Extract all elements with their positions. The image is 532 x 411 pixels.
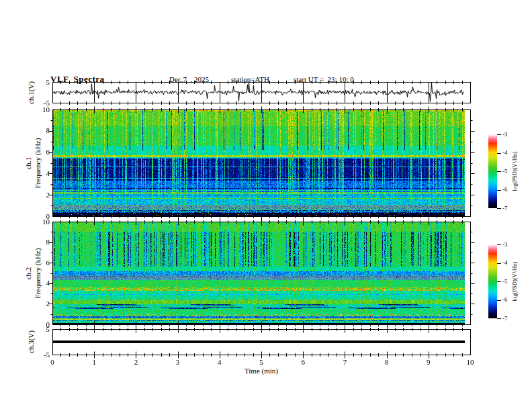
volt-tick-label: 5 (32, 326, 50, 333)
volt-tick-label: 5 (32, 79, 50, 86)
time-tick-label: 4 (213, 359, 226, 366)
time-tick-label: 10 (463, 359, 477, 366)
colorbar-tick-label: -3 (502, 132, 516, 138)
colorbar-tick-label: -3 (502, 242, 516, 248)
freq-tick-label: 10 (32, 106, 50, 113)
vlf-spectra-figure: VLF Spectra Dec.7 , 2025 station=ATH sta… (0, 0, 532, 411)
time-tick-label: 8 (380, 359, 394, 366)
freq-tick-label: 6 (32, 259, 50, 267)
freq-tick-label: 8 (32, 238, 50, 246)
time-tick-label: 1 (87, 359, 101, 366)
freq-tick-label: 2 (32, 191, 50, 199)
time-tick-label: 2 (129, 359, 142, 366)
freq-tick-label: 6 (32, 148, 50, 156)
colorbar-tick-label: -6 (502, 297, 516, 303)
time-tick-label: 0 (46, 359, 59, 366)
freq-tick-label: 4 (32, 279, 50, 287)
freq-tick-label: 4 (32, 170, 50, 177)
volt-tick-label: -5 (32, 351, 50, 359)
colorbar-tick-label: -4 (502, 150, 516, 156)
colorbar-tick-label: -7 (502, 316, 516, 322)
volt-tick-label: -5 (32, 99, 50, 107)
axes-overlay-canvas (0, 0, 532, 411)
time-tick-label: 9 (422, 359, 435, 366)
colorbar-tick-label: -5 (502, 169, 516, 175)
colorbar-tick-label: -6 (502, 187, 516, 193)
colorbar-tick-label: -5 (502, 279, 516, 285)
colorbar-tick-label: -7 (502, 205, 516, 212)
colorbar-tick-label: -4 (502, 260, 516, 266)
freq-tick-label: 8 (32, 127, 50, 134)
time-tick-label: 5 (255, 359, 268, 366)
freq-tick-label: 2 (32, 300, 50, 308)
time-tick-label: 3 (171, 359, 185, 366)
time-tick-label: 7 (338, 359, 351, 366)
freq-tick-label: 10 (32, 218, 50, 226)
time-tick-label: 6 (296, 359, 310, 366)
